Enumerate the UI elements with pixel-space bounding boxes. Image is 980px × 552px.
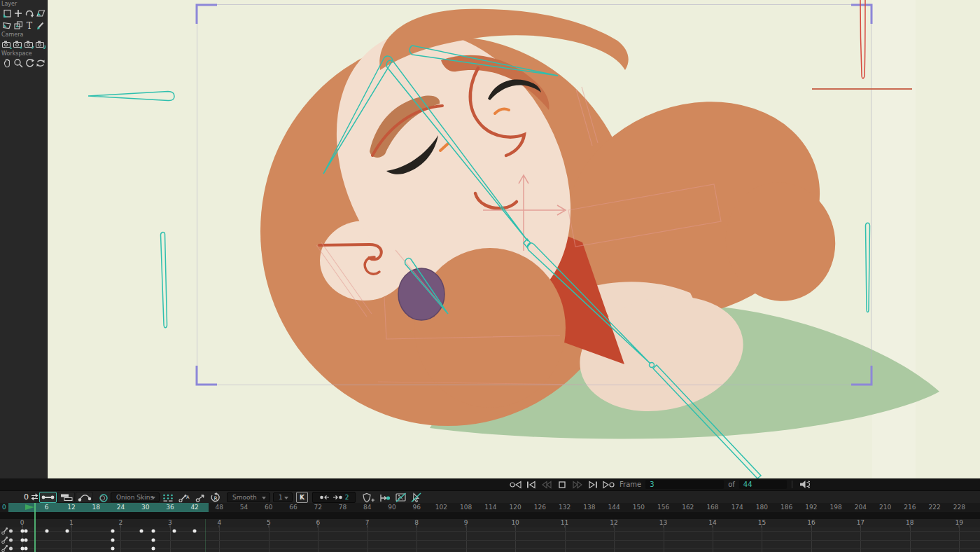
onion-skins-dropdown[interactable]: Onion Skins — [111, 492, 160, 502]
keyframe-dot[interactable] — [24, 530, 28, 533]
current-frame-field[interactable]: 3 — [645, 480, 724, 489]
pan-workspace-button[interactable] — [1, 57, 12, 68]
keyframe-dot[interactable] — [172, 530, 176, 533]
range-end-line — [205, 519, 206, 552]
track-camera-button[interactable] — [1, 39, 12, 49]
marker-strip — [0, 512, 980, 519]
text-tool-button[interactable]: T — [24, 20, 34, 30]
jump-to-end-button[interactable] — [586, 480, 600, 489]
channel-indicator-dot[interactable] — [9, 530, 13, 533]
step-forward-button[interactable] — [570, 480, 584, 489]
frame-number: 204 — [855, 504, 867, 511]
relative-keying-icon: R — [210, 492, 222, 503]
shear-layer-button[interactable] — [35, 8, 46, 18]
keyframe-dot[interactable] — [24, 538, 28, 541]
layer-tools-row-2: T — [0, 19, 47, 31]
mute-audio-button[interactable] — [797, 480, 811, 489]
playback-controls: Frame 3 of 44 — [509, 480, 811, 489]
section-label-layer: Layer — [0, 0, 47, 7]
jump-start-icon — [526, 481, 537, 489]
pan-tilt-camera-button[interactable] — [35, 39, 46, 49]
interpolation-dropdown[interactable]: Smooth — [227, 492, 270, 502]
keyframe-mode-icon — [41, 495, 55, 500]
interval-dropdown[interactable]: 1 — [273, 492, 293, 502]
frame-number: 84 — [363, 504, 371, 511]
playhead-line[interactable] — [34, 503, 36, 552]
channel-icon[interactable] — [1, 542, 9, 552]
camera-track-icon — [1, 39, 12, 49]
zoom-workspace-button[interactable] — [13, 57, 23, 68]
keyframe-dot[interactable] — [20, 530, 24, 533]
animation-app-window: Layer T Camera — [0, 0, 980, 552]
key-nav-arrows-icon — [319, 494, 343, 501]
playhead-pennant[interactable] — [25, 504, 34, 510]
frame-number: 24 — [117, 504, 125, 511]
curve-mode-button[interactable] — [76, 492, 93, 503]
playback-row: Frame 3 of 44 — [0, 478, 980, 490]
eyedropper-button[interactable] — [35, 20, 46, 30]
roll-camera-button[interactable] — [24, 39, 34, 49]
transform-layer-button[interactable] — [1, 8, 12, 18]
loop-start-control[interactable]: 0 — [24, 492, 39, 502]
keyframe-channels[interactable] — [0, 527, 980, 552]
keyframe-dot[interactable] — [152, 538, 155, 541]
jump-to-start-button[interactable] — [524, 480, 538, 489]
frame-number: 156 — [657, 504, 669, 511]
channel-indicator-dot[interactable] — [9, 547, 13, 551]
keyframe-mode-button[interactable] — [39, 492, 57, 503]
frame-number: 186 — [780, 504, 792, 511]
keyframe-dot[interactable] — [24, 547, 28, 551]
bone-arrow-icon — [195, 493, 207, 503]
camera-tools-row — [0, 38, 47, 50]
svg-text:A: A — [186, 495, 190, 500]
reset-workspace-button[interactable] — [35, 57, 46, 68]
skew-layer-button[interactable] — [1, 20, 12, 30]
keyframe-dot[interactable] — [111, 530, 114, 533]
keyframe-dot[interactable] — [66, 530, 69, 533]
duplicate-icon — [13, 20, 23, 30]
frame-number: 168 — [706, 504, 718, 511]
keyframe-dot[interactable] — [152, 547, 155, 551]
play-reverse-loop-icon — [510, 481, 522, 489]
play-reverse-loop-button[interactable] — [509, 480, 523, 489]
zoom-camera-button[interactable] — [13, 39, 23, 49]
layer-channel-mode-button[interactable] — [57, 492, 75, 503]
rotate-workspace-button[interactable] — [24, 57, 34, 68]
stop-button[interactable] — [555, 480, 569, 489]
rotate-layer-button[interactable] — [24, 8, 34, 18]
frame-number: 144 — [608, 504, 620, 511]
duplicate-layer-button[interactable] — [13, 20, 23, 30]
playback-range-band — [8, 503, 209, 512]
keyframe-dot[interactable] — [20, 547, 24, 551]
plum-ornament — [398, 268, 444, 320]
keyframe-dot[interactable] — [111, 547, 114, 551]
key-navigation-control[interactable]: 2 — [312, 492, 356, 503]
keyframe-dot[interactable] — [111, 538, 114, 541]
channel-indicator-dot[interactable] — [9, 538, 13, 541]
seconds-ruler[interactable]: 012345678910111213141516171819 — [0, 519, 980, 527]
play-loop-icon — [602, 481, 615, 489]
play-loop-button[interactable] — [601, 480, 615, 489]
frame-number: 216 — [904, 504, 916, 511]
keyframe-dot[interactable] — [152, 530, 155, 533]
keyframe-dot[interactable] — [193, 530, 197, 533]
layer-tools-row-1 — [0, 7, 47, 19]
step-back-button[interactable] — [540, 480, 554, 489]
reset-view-icon — [36, 58, 46, 68]
frame-number: 36 — [166, 504, 174, 511]
timeline-toolbar: 0 Onion Skins A R Smooth 1 K — [0, 490, 980, 503]
dots-grid-icon — [162, 493, 174, 503]
frame-number: 48 — [216, 504, 223, 511]
keyframe-dot[interactable] — [139, 530, 143, 533]
channel-row-line — [0, 548, 980, 549]
total-frames-field[interactable]: 44 — [739, 480, 787, 489]
frame-number: 108 — [460, 504, 472, 511]
keyframe-button[interactable]: K — [296, 492, 308, 503]
canvas-viewport[interactable] — [48, 0, 980, 478]
keyframe-dot[interactable] — [20, 538, 24, 541]
svg-text:T: T — [26, 20, 31, 30]
add-layer-button[interactable] — [13, 8, 23, 18]
frame-ruler[interactable]: 0612182430364248546066727884909610210811… — [0, 503, 980, 512]
loop-start-value: 0 — [24, 492, 29, 502]
keyframe-dot[interactable] — [45, 530, 48, 533]
